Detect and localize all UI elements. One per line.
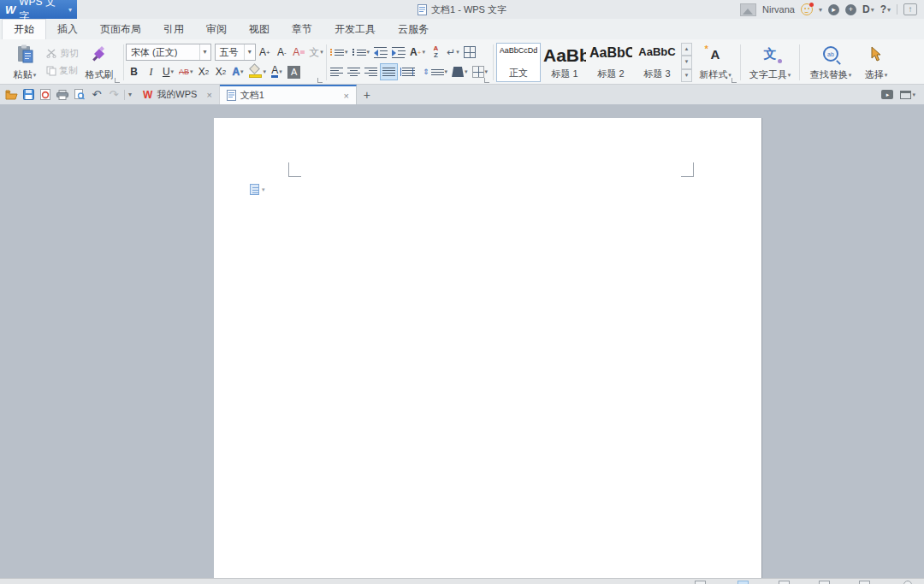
user-avatar[interactable] bbox=[740, 3, 756, 16]
help-menu[interactable]: ? ▾ bbox=[880, 3, 891, 15]
distribute-button[interactable] bbox=[399, 63, 415, 80]
style-scroll-down-icon[interactable]: ▼ bbox=[681, 56, 692, 68]
font-color-button[interactable]: A▾ bbox=[269, 63, 285, 80]
save-icon[interactable] bbox=[21, 88, 35, 102]
plus-circle-icon[interactable]: + bbox=[845, 4, 856, 15]
document-page[interactable]: ▾ bbox=[214, 118, 762, 584]
find-replace-button[interactable]: ab 查找替换▾ bbox=[805, 42, 856, 82]
copy-button[interactable]: 复制 bbox=[44, 63, 80, 78]
cut-button[interactable]: 剪切 bbox=[44, 46, 80, 61]
decrease-indent-button[interactable] bbox=[372, 44, 389, 61]
grow-font-button[interactable]: A+ bbox=[257, 44, 273, 61]
page-view-icon[interactable] bbox=[695, 581, 706, 584]
text-arrange-caret-icon: ▾ bbox=[422, 49, 425, 56]
style-normal[interactable]: AaBbCcDd 正文 bbox=[496, 43, 541, 82]
print-icon[interactable] bbox=[56, 88, 69, 102]
outline-view-icon[interactable] bbox=[819, 581, 830, 584]
video-tutorial-icon[interactable]: ▸ bbox=[881, 90, 893, 99]
text-tools-button[interactable]: 文 文字工具▾ bbox=[746, 42, 794, 82]
align-right-button[interactable] bbox=[363, 63, 379, 80]
text-tools-label: 文字工具 bbox=[749, 68, 787, 81]
align-left-button[interactable] bbox=[329, 63, 345, 80]
subscript-button[interactable]: X2 bbox=[213, 63, 229, 80]
select-button[interactable]: 选择▾ bbox=[856, 42, 896, 82]
play-circle-icon[interactable]: ▸ bbox=[828, 4, 839, 15]
clipboard-dialog-launcher[interactable] bbox=[115, 78, 120, 83]
export-pdf-icon[interactable] bbox=[38, 88, 52, 102]
new-document-tab-button[interactable]: + bbox=[357, 85, 377, 104]
tab-page-layout[interactable]: 页面布局 bbox=[89, 19, 152, 39]
bold-button[interactable]: B bbox=[126, 63, 142, 80]
italic-button[interactable]: I bbox=[143, 63, 159, 80]
superscript-button[interactable]: X2 bbox=[196, 63, 212, 80]
text-arrange-button[interactable]: A+▾ bbox=[408, 44, 427, 61]
tab-references[interactable]: 引用 bbox=[152, 19, 195, 39]
show-marks-button[interactable]: ↵▾ bbox=[445, 44, 461, 61]
user-name[interactable]: Nirvana bbox=[762, 4, 795, 15]
feedback-smiley-icon[interactable] bbox=[801, 3, 813, 15]
format-painter-button[interactable]: 格式刷 bbox=[80, 42, 118, 82]
manuscript-grid-button[interactable] bbox=[462, 44, 478, 61]
style-heading2[interactable]: AaBbC 标题 2 bbox=[589, 43, 633, 82]
text-tools-group: 文 文字工具▾ bbox=[743, 41, 797, 84]
tab-developer[interactable]: 开发工具 bbox=[323, 19, 387, 39]
user-menu-caret-icon[interactable]: ▾ bbox=[819, 6, 822, 14]
paste-button[interactable]: 粘贴▾ bbox=[5, 42, 44, 82]
align-center-icon bbox=[347, 68, 360, 76]
strikethrough-button[interactable]: AB▾ bbox=[177, 63, 195, 80]
print-preview-icon[interactable] bbox=[73, 88, 86, 102]
style-heading3[interactable]: AaBbC 标题 3 bbox=[635, 43, 679, 82]
line-spacing-button[interactable]: ⇕▾ bbox=[421, 63, 449, 80]
tab-section[interactable]: 章节 bbox=[281, 19, 323, 39]
justify-button[interactable] bbox=[380, 63, 398, 80]
tab-document1[interactable]: 文档1 × bbox=[220, 85, 357, 104]
docer-menu[interactable]: D ▾ bbox=[862, 3, 874, 15]
bullets-button[interactable]: ▾ bbox=[329, 44, 350, 61]
fullscreen-view-icon[interactable] bbox=[779, 581, 790, 584]
web-layout-view-icon[interactable] bbox=[859, 581, 870, 584]
font-name-combo[interactable]: 宋体 (正文) ▾ bbox=[126, 44, 211, 61]
new-style-button[interactable]: *A 新样式▾ bbox=[696, 42, 735, 82]
redo-icon[interactable]: ↷ bbox=[107, 88, 121, 102]
shrink-font-button[interactable]: A- bbox=[274, 44, 290, 61]
increase-indent-button[interactable] bbox=[390, 44, 407, 61]
underline-button[interactable]: U▾ bbox=[160, 63, 176, 80]
format-painter-label: 格式刷 bbox=[86, 68, 114, 81]
workspace-switch[interactable]: ▾ bbox=[900, 91, 915, 99]
char-shading-button[interactable]: A bbox=[286, 63, 302, 80]
clear-format-button[interactable]: A bbox=[291, 44, 307, 61]
tab-my-wps[interactable]: W 我的WPS × bbox=[136, 85, 220, 104]
style-heading1[interactable]: AaBb 标题 1 bbox=[542, 43, 587, 82]
bullets-caret-icon: ▾ bbox=[345, 49, 348, 56]
font-name-caret-icon[interactable]: ▾ bbox=[199, 44, 210, 60]
smart-tag[interactable]: ▾ bbox=[250, 184, 265, 195]
style-scroll-up-icon[interactable]: ▲ bbox=[681, 43, 692, 56]
undo-icon[interactable]: ↶ bbox=[90, 88, 104, 102]
style-dialog-launcher[interactable] bbox=[732, 78, 737, 83]
tab-document1-close-icon[interactable]: × bbox=[343, 91, 348, 101]
paragraph-dialog-launcher[interactable] bbox=[484, 78, 489, 83]
tab-review[interactable]: 审阅 bbox=[195, 19, 238, 39]
highlight-button[interactable]: ▾ bbox=[247, 63, 269, 80]
open-folder-icon[interactable] bbox=[4, 88, 18, 102]
style-gallery-expand-icon[interactable]: ▼ bbox=[681, 69, 692, 82]
tab-my-wps-close-icon[interactable]: × bbox=[206, 90, 211, 100]
align-center-button[interactable] bbox=[346, 63, 362, 80]
titlebar: W WPS 文字 ▾ 文档1 - WPS 文字 Nirvana ▾ ▸ + D … bbox=[0, 0, 924, 19]
shading-button[interactable]: ▾ bbox=[450, 63, 470, 80]
font-size-caret-icon[interactable]: ▾ bbox=[244, 44, 255, 60]
numbering-button[interactable]: ▾ bbox=[351, 44, 372, 61]
app-menu-button[interactable]: W WPS 文字 ▾ bbox=[0, 0, 77, 19]
font-size-combo[interactable]: 五号 ▾ bbox=[215, 44, 256, 61]
qat-customize-caret-icon[interactable]: ▾ bbox=[128, 91, 132, 98]
print-layout-view-icon[interactable] bbox=[737, 581, 749, 584]
collapse-ribbon-icon[interactable]: ↑ bbox=[903, 3, 917, 15]
pinyin-guide-button[interactable]: 文▾ bbox=[308, 44, 324, 61]
shading-caret-icon: ▾ bbox=[465, 68, 468, 75]
tab-cloud[interactable]: 云服务 bbox=[387, 19, 440, 39]
sort-button[interactable]: AZ bbox=[428, 44, 444, 61]
text-effects-button[interactable]: A▾ bbox=[230, 63, 246, 80]
tab-view[interactable]: 视图 bbox=[238, 19, 281, 39]
zoom-control-icon[interactable] bbox=[903, 581, 912, 584]
font-dialog-launcher[interactable] bbox=[317, 78, 323, 83]
